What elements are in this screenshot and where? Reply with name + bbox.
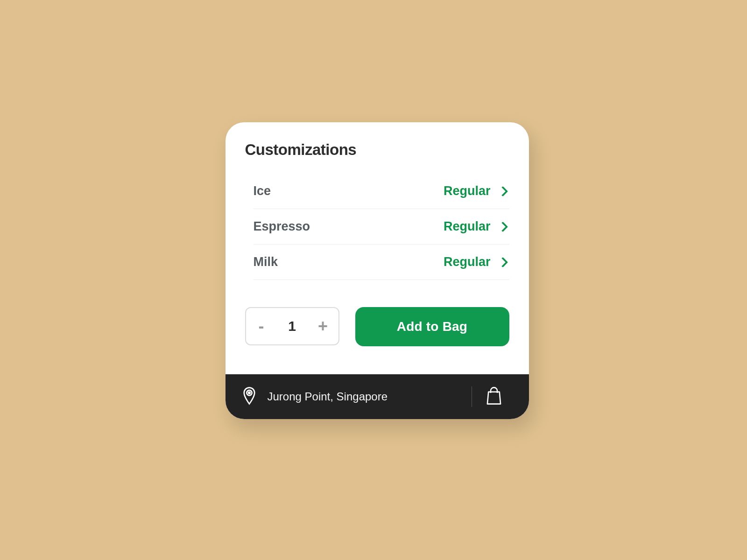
option-value: Regular [444,184,491,198]
quantity-value: 1 [288,318,296,334]
option-right: Regular [444,255,509,269]
customization-row-milk[interactable]: Milk Regular [254,245,509,280]
quantity-plus-button[interactable]: + [316,316,330,336]
shopping-bag-icon [485,399,503,406]
location-text: Jurong Point, Singapore [268,390,388,403]
chevron-right-icon [497,221,508,232]
customization-options-list: Ice Regular Espresso Regular Milk Regula… [254,174,509,280]
option-value: Regular [444,255,491,269]
add-to-bag-button[interactable]: Add to Bag [355,307,509,346]
customization-card: Customizations Ice Regular Espresso Regu… [226,122,529,419]
option-value: Regular [444,219,491,234]
svg-point-1 [248,392,250,394]
option-label: Milk [254,255,278,269]
footer-bar: Jurong Point, Singapore [226,374,529,419]
customization-row-espresso[interactable]: Espresso Regular [254,209,509,245]
option-label: Espresso [254,219,310,234]
chevron-right-icon [497,186,508,196]
card-content: Customizations Ice Regular Espresso Regu… [226,122,529,374]
quantity-stepper: - 1 + [245,307,339,345]
customizations-heading: Customizations [245,141,509,159]
option-right: Regular [444,184,509,198]
customization-row-ice[interactable]: Ice Regular [254,174,509,209]
footer-location[interactable]: Jurong Point, Singapore [242,386,472,407]
location-pin-icon [242,386,256,407]
quantity-minus-button[interactable]: - [254,316,268,336]
footer-divider [472,386,472,407]
option-label: Ice [254,184,271,198]
chevron-right-icon [497,257,508,267]
option-right: Regular [444,219,509,234]
actions-row: - 1 + Add to Bag [245,307,509,346]
shopping-bag-button[interactable] [485,386,512,407]
